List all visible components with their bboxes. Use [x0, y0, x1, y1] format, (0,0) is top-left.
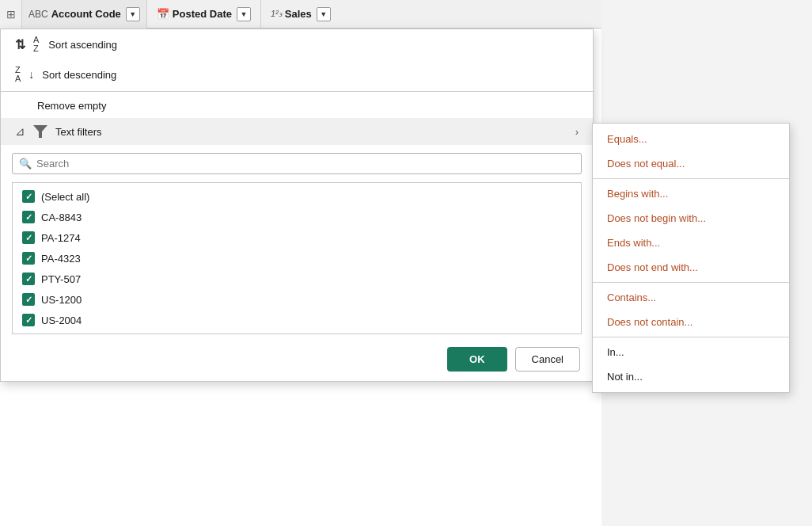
- checkbox-checked-icon: ✓: [22, 273, 35, 285]
- sort-ascending-item[interactable]: ⇅ A Z Sort ascending: [1, 29, 593, 59]
- checkbox-checked-icon: ✓: [22, 211, 35, 223]
- checkbox-us-1200-label: US-1200: [41, 294, 82, 306]
- does-not-equal-label: Does not equal...: [607, 158, 685, 170]
- contains-item[interactable]: Contains...: [593, 285, 789, 310]
- remove-empty-item[interactable]: Remove empty: [1, 93, 593, 118]
- checkbox-ca-8843-label: CA-8843: [41, 212, 82, 223]
- in-label: In...: [607, 346, 624, 358]
- equals-label: Equals...: [607, 133, 647, 145]
- search-area: 🔍: [1, 145, 593, 179]
- checkbox-us-2004-label: US-2004: [41, 314, 82, 326]
- text-filters-item[interactable]: ⊿ Text filters ›: [1, 118, 593, 145]
- checkbox-pa-4323[interactable]: ✓ PA-4323: [16, 248, 578, 269]
- sales-dropdown-arrow[interactable]: ▼: [317, 7, 331, 21]
- funnel-icon: [33, 125, 47, 138]
- checkbox-list: ✓ (Select all) ✓ CA-8843 ✓ PA-1274 ✓ PA-…: [12, 182, 582, 334]
- posted-date-dropdown-arrow[interactable]: ▼: [237, 7, 251, 21]
- filter-dropdown-panel: ⇅ A Z Sort ascending Z A ↓ Sort descendi…: [0, 29, 594, 382]
- account-code-dropdown-arrow[interactable]: ▼: [126, 7, 140, 21]
- not-in-label: Not in...: [607, 371, 643, 383]
- text-filters-submenu: Equals... Does not equal... Begins with.…: [592, 123, 790, 393]
- text-filters-label: Text filters: [55, 126, 102, 138]
- sort-az-icon: A Z: [33, 36, 39, 53]
- ok-button[interactable]: OK: [447, 347, 507, 372]
- sales-header[interactable]: 1²₃ Sales ▼: [261, 0, 340, 29]
- search-input[interactable]: [36, 158, 575, 170]
- text-filters-left: ⊿ Text filters: [15, 124, 102, 139]
- checkbox-pa-1274-label: PA-1274: [41, 232, 81, 244]
- ends-with-label: Ends with...: [607, 237, 660, 249]
- checkbox-ca-8843[interactable]: ✓ CA-8843: [16, 207, 578, 227]
- checkbox-pa-1274[interactable]: ✓ PA-1274: [16, 227, 578, 248]
- number-col-icon: 1²₃: [271, 9, 282, 19]
- remove-empty-label: Remove empty: [37, 100, 106, 112]
- does-not-begin-with-label: Does not begin with...: [607, 212, 706, 224]
- filter-icon: ⊿: [15, 124, 25, 139]
- checkbox-checked-icon: ✓: [22, 252, 35, 265]
- does-not-equal-item[interactable]: Does not equal...: [593, 151, 789, 176]
- checkbox-checked-icon: ✓: [22, 314, 35, 326]
- cancel-button[interactable]: Cancel: [515, 347, 580, 372]
- checkbox-us-2004[interactable]: ✓ US-2004: [16, 310, 578, 330]
- checkbox-pty-507-label: PTY-507: [41, 273, 81, 285]
- checkbox-checked-icon: ✓: [22, 231, 35, 244]
- in-item[interactable]: In...: [593, 340, 789, 364]
- begins-with-item[interactable]: Begins with...: [593, 181, 789, 206]
- checkbox-select-all[interactable]: ✓ (Select all): [16, 186, 578, 207]
- table-header: ⊞ ABC Account Code ▼ 📅 Posted Date ▼ 1²₃…: [0, 0, 601, 29]
- text-col-icon: ABC: [28, 9, 48, 20]
- chevron-right-icon: ›: [575, 126, 579, 138]
- submenu-divider-2: [593, 282, 789, 283]
- begins-with-label: Begins with...: [607, 188, 668, 200]
- ends-with-item[interactable]: Ends with...: [593, 231, 789, 255]
- search-box[interactable]: 🔍: [12, 153, 582, 174]
- checkbox-checked-icon: ✓: [22, 190, 35, 203]
- contains-label: Contains...: [607, 292, 656, 303]
- divider-1: [1, 91, 593, 92]
- sort-za-icon: Z A: [15, 66, 21, 83]
- submenu-divider-1: [593, 178, 789, 179]
- does-not-contain-item[interactable]: Does not contain...: [593, 310, 789, 334]
- account-code-label: Account Code: [51, 8, 121, 20]
- sales-label: Sales: [285, 8, 312, 20]
- checkbox-pty-507[interactable]: ✓ PTY-507: [16, 269, 578, 289]
- sort-descending-item[interactable]: Z A ↓ Sort descending: [1, 59, 593, 90]
- equals-item[interactable]: Equals...: [593, 127, 789, 151]
- checkbox-us-1200[interactable]: ✓ US-1200: [16, 289, 578, 310]
- submenu-divider-3: [593, 337, 789, 337]
- posted-date-header[interactable]: 📅 Posted Date ▼: [147, 0, 261, 29]
- sort-ascending-label: Sort ascending: [48, 39, 117, 51]
- does-not-end-with-label: Does not end with...: [607, 261, 698, 273]
- action-buttons: OK Cancel: [1, 337, 593, 381]
- posted-date-label: Posted Date: [173, 8, 232, 20]
- calendar-icon: 📅: [157, 8, 169, 20]
- does-not-begin-with-item[interactable]: Does not begin with...: [593, 206, 789, 231]
- checkbox-select-all-label: (Select all): [41, 191, 89, 203]
- does-not-contain-label: Does not contain...: [607, 316, 692, 328]
- checkbox-checked-icon: ✓: [22, 293, 35, 306]
- sort-desc-arrow-icon: ↓: [28, 68, 34, 81]
- row-num-header: ⊞: [0, 0, 22, 29]
- checkbox-pa-4323-label: PA-4323: [41, 253, 81, 265]
- search-glass-icon: 🔍: [19, 158, 32, 170]
- does-not-end-with-item[interactable]: Does not end with...: [593, 255, 789, 280]
- grid-icon: ⊞: [6, 8, 16, 21]
- sort-descending-label: Sort descending: [42, 69, 116, 81]
- not-in-item[interactable]: Not in...: [593, 364, 789, 389]
- account-code-header[interactable]: ABC Account Code ▼: [22, 0, 147, 29]
- sort-ascending-icon: ⇅: [15, 37, 25, 52]
- svg-marker-0: [33, 125, 47, 138]
